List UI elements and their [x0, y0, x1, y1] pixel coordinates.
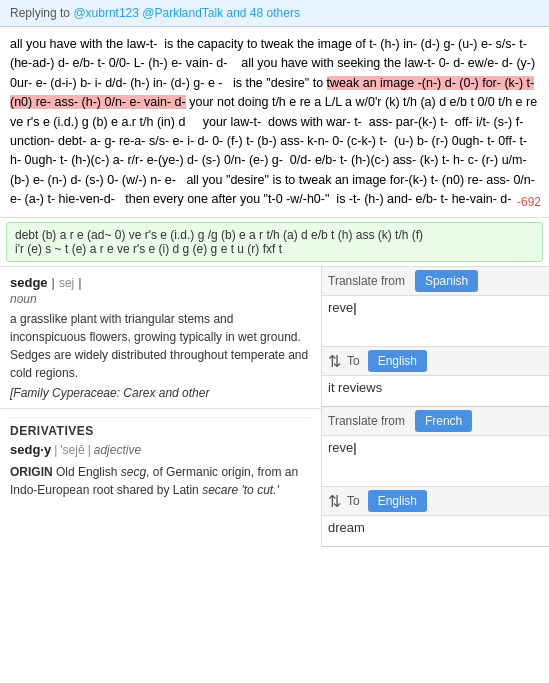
translate-result-2: dream: [322, 516, 549, 546]
deriv-origin: ORIGIN Old English secg, of Germanic ori…: [10, 463, 311, 499]
translate-from-label-2: Translate from: [322, 409, 411, 433]
deriv-pos: adjective: [94, 443, 141, 457]
phonetic-bar: debt (b) a r e (ad~ 0) ve r's e (i.d.) g…: [6, 222, 543, 262]
translate-result-1: it reviews: [322, 376, 549, 406]
dict-divider2: |: [78, 276, 81, 290]
translate-input-2[interactable]: reve: [322, 436, 549, 486]
reply-bar: Replying to @xubrnt123 @ParklandTalk and…: [0, 0, 549, 27]
dict-divider1: |: [52, 276, 55, 290]
dict-headword-line: sedge | sej |: [10, 275, 311, 290]
deriv-divider2: |: [88, 443, 91, 457]
derivatives-section: DERIVATIVES sedg·y | 'sejē | adjective O…: [0, 409, 321, 507]
translate-panel-french: Translate from French reve ⇅ To English …: [322, 407, 549, 547]
dict-definition: a grasslike plant with triangular stems …: [10, 310, 311, 382]
translate-arrow-row-2: ⇅ To English: [322, 486, 549, 516]
char-count: -692: [517, 193, 541, 212]
deriv-phonetic: 'sejē: [60, 443, 84, 457]
derivatives-title: DERIVATIVES: [10, 424, 311, 438]
dict-word: sedge: [10, 275, 48, 290]
translate-from-lang-btn-2[interactable]: French: [415, 410, 472, 432]
phonetic-line1: debt (b) a r e (ad~ 0) ve r's e (i.d.) g…: [15, 228, 534, 242]
dict-main-entry: sedge | sej | noun a grasslike plant wit…: [0, 267, 321, 409]
translate-input-1[interactable]: reve: [322, 296, 549, 346]
translate-header-1: Translate from Spanish: [322, 267, 549, 296]
translate-to-lang-btn-2[interactable]: English: [368, 490, 427, 512]
dict-phonetic: sej: [59, 276, 74, 290]
translate-from-lang-btn-1[interactable]: Spanish: [415, 270, 478, 292]
two-col-layout: sedge | sej | noun a grasslike plant wit…: [0, 266, 549, 547]
translate-arrow-icon-2[interactable]: ⇅: [328, 492, 341, 511]
translate-input-text-1: reve: [328, 300, 357, 315]
translate-result-text-2: dream: [328, 520, 365, 535]
translate-panel-spanish: Translate from Spanish reve ⇅ To English…: [322, 267, 549, 407]
phonetic-line2: i'r (e) s ~ t (e) a r e ve r's e (i) d g…: [15, 242, 534, 256]
origin-latin-phrase: secare 'to cut.': [202, 483, 279, 497]
translate-arrow-icon-1[interactable]: ⇅: [328, 352, 341, 371]
translate-arrow-row-1: ⇅ To English: [322, 346, 549, 376]
main-text-content: all you have with the law-t- is the capa…: [10, 37, 537, 206]
translate-from-label-1: Translate from: [322, 269, 411, 293]
dict-pos: noun: [10, 292, 311, 306]
translate-to-label-1: To: [347, 354, 360, 368]
deriv-divider1: |: [54, 443, 57, 457]
translate-to-lang-btn-1[interactable]: English: [368, 350, 427, 372]
translate-panels: Translate from Spanish reve ⇅ To English…: [322, 267, 549, 547]
translate-header-2: Translate from French: [322, 407, 549, 436]
deriv-headword: sedg·y: [10, 442, 51, 457]
reply-users[interactable]: @xubrnt123 @ParklandTalk and 48 others: [73, 6, 300, 20]
main-text-area: all you have with the law-t- is the capa…: [0, 27, 549, 218]
translate-result-text-1: it reviews: [328, 380, 382, 395]
origin-label: ORIGIN: [10, 465, 53, 479]
translate-input-text-2: reve: [328, 440, 357, 455]
reply-label: Replying to: [10, 6, 70, 20]
translate-to-label-2: To: [347, 494, 360, 508]
dictionary-panel: sedge | sej | noun a grasslike plant wit…: [0, 267, 322, 547]
origin-latin-word: secg: [121, 465, 146, 479]
dict-family: [Family Cyperaceae: Carex and other: [10, 386, 311, 400]
